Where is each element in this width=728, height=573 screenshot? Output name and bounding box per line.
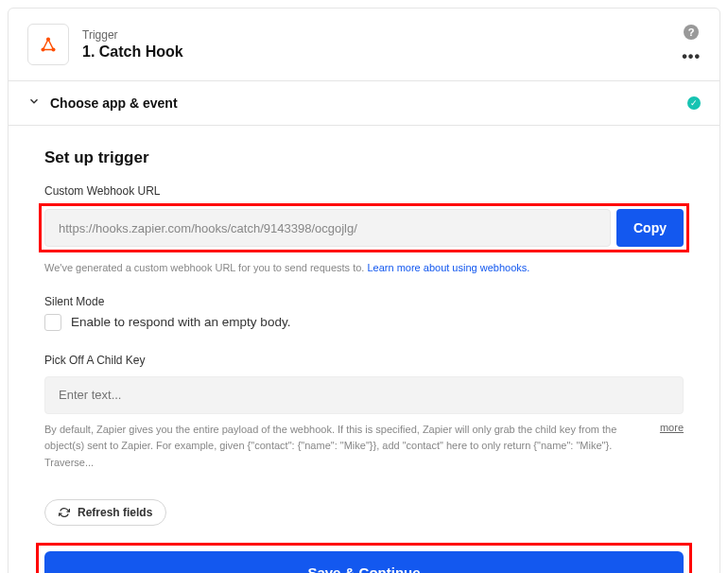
webhooks-icon (38, 34, 59, 55)
silent-mode-checkbox-label: Enable to respond with an empty body. (71, 315, 290, 329)
header-text: Trigger 1. Catch Hook (82, 28, 682, 61)
webhook-url-label: Custom Webhook URL (44, 184, 684, 198)
help-icon[interactable]: ? (684, 25, 699, 40)
webhook-url-input[interactable] (44, 209, 611, 247)
setup-heading: Set up trigger (44, 148, 684, 167)
setup-body: Set up trigger Custom Webhook URL Copy W… (9, 126, 719, 573)
trigger-step-card: Trigger 1. Catch Hook ? ••• Choose app &… (8, 8, 720, 573)
app-icon-box (27, 24, 69, 65)
child-key-description: By default, Zapier gives you the entire … (44, 422, 645, 472)
chevron-down-icon (27, 95, 41, 112)
step-header: Trigger 1. Catch Hook ? ••• (9, 9, 719, 81)
silent-mode-row: Enable to respond with an empty body. (44, 314, 684, 331)
step-type-label: Trigger (82, 28, 682, 42)
child-key-desc-row: By default, Zapier gives you the entire … (44, 422, 684, 472)
save-highlight: Save & Continue (36, 543, 692, 573)
child-key-input[interactable] (44, 376, 684, 414)
copy-button[interactable]: Copy (616, 209, 684, 247)
refresh-fields-button[interactable]: Refresh fields (44, 499, 166, 526)
refresh-fields-label: Refresh fields (78, 506, 152, 519)
more-menu-icon[interactable]: ••• (682, 49, 701, 64)
silent-mode-field: Silent Mode Enable to respond with an em… (44, 295, 684, 331)
silent-mode-label: Silent Mode (44, 295, 684, 308)
webhook-url-row: Copy (44, 209, 684, 247)
save-continue-button[interactable]: Save & Continue (44, 551, 684, 573)
silent-mode-checkbox[interactable] (44, 314, 61, 331)
section-title: Choose app & event (50, 96, 687, 111)
child-key-label: Pick Off A Child Key (44, 354, 684, 367)
child-key-field: Pick Off A Child Key By default, Zapier … (44, 354, 684, 472)
learn-more-link[interactable]: Learn more about using webhooks. (367, 262, 529, 273)
header-actions: ? ••• (682, 25, 701, 64)
choose-app-section[interactable]: Choose app & event ✓ (9, 81, 719, 126)
step-title: 1. Catch Hook (82, 43, 682, 61)
webhook-url-highlight: Copy (39, 203, 689, 252)
more-link[interactable]: more (660, 422, 684, 433)
refresh-icon (59, 507, 70, 518)
helper-text-pre: We've generated a custom webhook URL for… (44, 262, 367, 273)
check-complete-icon: ✓ (687, 96, 701, 110)
webhook-helper-text: We've generated a custom webhook URL for… (44, 260, 684, 276)
